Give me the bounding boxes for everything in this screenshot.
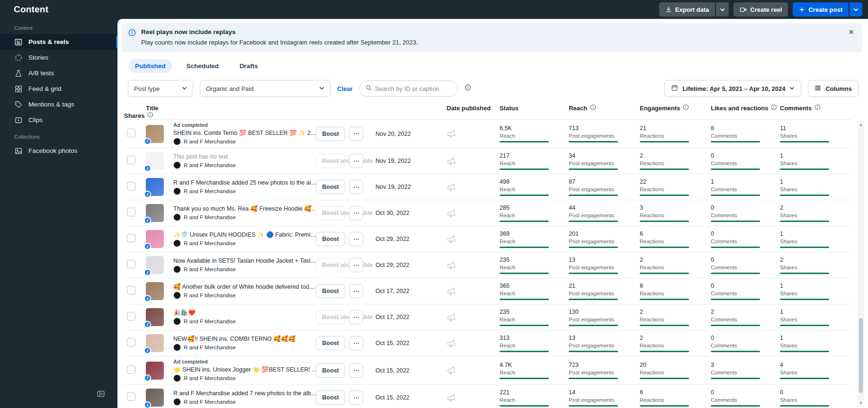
info-icon[interactable]	[683, 104, 689, 112]
benchmark-bar	[500, 247, 549, 248]
post-title[interactable]: 🎉🛍️❤️	[173, 309, 318, 316]
boost-button[interactable]: Boost	[316, 127, 345, 141]
search-info-icon[interactable]	[465, 84, 471, 93]
more-options-button[interactable]	[349, 232, 363, 246]
chevron-down-icon	[853, 7, 859, 12]
page-avatar	[173, 292, 181, 299]
banner-close-button[interactable]: ✕	[848, 28, 854, 35]
sidebar-item-label: Mentions & tags	[28, 101, 74, 108]
row-checkbox[interactable]	[127, 156, 135, 164]
info-icon[interactable]	[814, 104, 821, 112]
scroll-down-arrow[interactable]: ▼	[858, 399, 864, 406]
sidebar-item-label: Stories	[28, 54, 48, 61]
post-title[interactable]: Thank you so much Ms. Rea 🥰 Freesize Hoo…	[173, 205, 318, 212]
date-published: Oct 15, 2022	[376, 340, 447, 346]
comments-cell: 0 Comments	[711, 257, 780, 274]
post-title[interactable]: R and F Merchandise added 25 new photos …	[173, 179, 318, 186]
row-checkbox[interactable]	[127, 129, 135, 137]
info-icon[interactable]	[771, 104, 777, 112]
row-checkbox[interactable]	[127, 208, 135, 216]
info-icon[interactable]	[147, 112, 153, 119]
info-icon[interactable]	[590, 104, 596, 112]
more-options-button[interactable]	[349, 336, 363, 350]
sidebar-item-posts-reels[interactable]: Posts & reels	[0, 34, 117, 50]
engagements-cell: 44 Post engagements	[569, 204, 640, 222]
sidebar-item-facebook-photos[interactable]: Facebook photos	[0, 143, 117, 159]
scroll-up-arrow[interactable]: ▲	[858, 121, 864, 128]
boost-button[interactable]: Boost	[316, 180, 345, 194]
boost-button[interactable]: Boost	[316, 364, 345, 378]
create-reel-button[interactable]: Create reel	[734, 2, 788, 17]
scrollbar-thumb[interactable]	[859, 318, 863, 393]
collapse-sidebar-button[interactable]	[96, 389, 106, 399]
boost-button[interactable]: Boost	[316, 336, 345, 350]
sidebar-item-feed-grid[interactable]: Feed & grid	[0, 81, 117, 97]
author-line: R and F Merchandise	[173, 239, 318, 247]
more-options-button[interactable]	[349, 206, 363, 220]
likes-cell: 2 Reactions	[640, 152, 711, 170]
sidebar-item-clips[interactable]: Clips	[0, 112, 117, 128]
author-line: R and F Merchandise	[173, 266, 318, 273]
row-checkbox[interactable]	[127, 312, 135, 320]
export-data-caret-button[interactable]	[716, 2, 729, 17]
export-data-button[interactable]: Export data	[659, 2, 716, 17]
row-checkbox[interactable]	[127, 260, 135, 268]
benchmark-bar	[500, 221, 549, 222]
table-header-row: Title Date published Status Reach Engage…	[124, 104, 851, 120]
create-post-button[interactable]: Create post	[793, 2, 849, 17]
boost-button[interactable]: Boost	[316, 232, 345, 246]
post-title[interactable]: NEW🥰!! SHEIN ins. COMBI TERNO 🥰🥰🥰	[173, 335, 318, 342]
tab-published[interactable]: Published	[129, 59, 172, 73]
sidebar-item-mentions-tags[interactable]: Mentions & tags	[0, 97, 117, 112]
benchmark-bar	[711, 273, 760, 274]
row-checkbox[interactable]	[127, 286, 135, 294]
date-published: Nov 19, 2022	[376, 158, 447, 164]
column-header-comments: Comments	[780, 104, 851, 112]
benchmark-bar	[711, 405, 760, 407]
post-title[interactable]: 🌟 SHEIN ins. Unisex Jogger 🌟 💯BEST SELLE…	[173, 366, 318, 373]
row-checkbox[interactable]	[127, 234, 135, 242]
page-name: R and F Merchandise	[184, 345, 236, 350]
tab-scheduled[interactable]: Scheduled	[180, 59, 225, 73]
benchmark-bar	[569, 195, 618, 196]
tab-drafts[interactable]: Drafts	[233, 59, 264, 73]
page-name: R and F Merchandise	[184, 139, 236, 144]
post-title[interactable]: SHEIN ins. Combi Terno 💯 BEST SELLER 💯 ✨…	[173, 129, 318, 136]
more-options-button[interactable]	[349, 154, 363, 168]
more-options-button[interactable]	[349, 310, 363, 324]
create-post-caret-button[interactable]	[850, 2, 862, 17]
more-options-button[interactable]	[349, 127, 363, 141]
audience-select[interactable]: Organic and Paid	[200, 80, 331, 97]
date-published: Oct 29, 2022	[376, 262, 447, 268]
benchmark-bar	[711, 299, 760, 300]
likes-cell: 3 Reactions	[640, 204, 711, 222]
date-range-button[interactable]: Lifetime: Apr 5, 2021 – Apr 10, 2024	[664, 80, 801, 97]
benchmark-bar	[569, 169, 618, 170]
row-checkbox[interactable]	[127, 338, 135, 346]
post-title[interactable]: Now Available in SETS! Taslan Hoodie Jac…	[173, 257, 318, 264]
more-options-button[interactable]	[349, 364, 363, 378]
post-title[interactable]: This post has no text	[173, 153, 318, 160]
columns-button[interactable]: Columns	[808, 80, 859, 97]
more-options-button[interactable]	[349, 284, 363, 298]
boost-button[interactable]: Boost	[316, 284, 345, 298]
row-checkbox[interactable]	[127, 365, 135, 374]
post-title[interactable]: ✨👕 Unisex PLAIN HOODIES ✨ 🔵 Fabric: Prem…	[173, 231, 318, 238]
clear-filters-link[interactable]: Clear	[337, 85, 353, 92]
boost-button[interactable]: Boost	[316, 390, 345, 405]
sidebar-item-a-b-tests[interactable]: A/B tests	[0, 65, 117, 81]
vertical-scrollbar[interactable]: ▲ ▼	[858, 120, 864, 407]
megaphone-icon	[447, 286, 500, 296]
benchmark-bar	[780, 325, 829, 326]
search-input[interactable]	[375, 85, 452, 92]
post-type-select[interactable]: Post type	[128, 80, 193, 97]
post-title[interactable]: R and F Merchandise added 7 new photos t…	[173, 390, 318, 397]
post-title[interactable]: 🥰 Another bulk order of White hoodie del…	[173, 283, 318, 290]
more-options-button[interactable]	[349, 258, 363, 272]
sidebar-item-stories[interactable]: Stories	[0, 50, 117, 65]
benchmark-bar	[500, 405, 549, 407]
row-checkbox[interactable]	[127, 392, 135, 401]
more-options-button[interactable]	[349, 390, 363, 405]
more-options-button[interactable]	[349, 180, 363, 194]
row-checkbox[interactable]	[127, 182, 135, 190]
